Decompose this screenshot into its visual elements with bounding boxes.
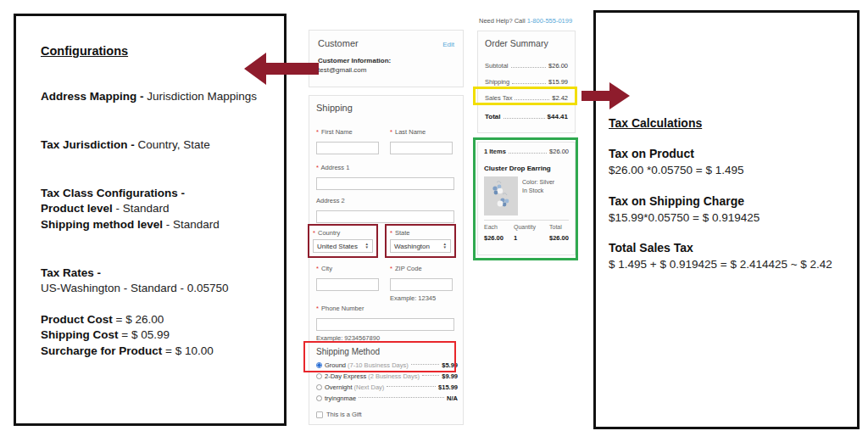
option-price: $15.99	[438, 383, 458, 391]
city-input[interactable]	[316, 278, 379, 291]
country-value: United States	[317, 243, 358, 250]
order-summary-title: Order Summary	[485, 38, 548, 48]
order-summary-card: Order Summary Subtotal $26.00 Shipping $…	[477, 31, 576, 133]
row-value: $44.41	[548, 113, 568, 120]
option-price: N/A	[447, 394, 458, 402]
last-name-label: * Last Name	[390, 128, 453, 136]
config-line-surcharge: Surcharge for Product = $ 10.00	[41, 344, 214, 357]
option-price: $5.99	[442, 361, 458, 369]
config-line-bold: Shipping Cost	[41, 328, 119, 341]
row-value: $15.99	[548, 78, 568, 86]
customer-email: test@gmail.com	[318, 66, 454, 74]
config-line-rest: - Standard	[113, 202, 170, 215]
gift-checkbox[interactable]	[316, 411, 323, 418]
config-line-rest: = $ 05.99	[119, 328, 170, 341]
shipping-method-title: Shipping Method	[316, 347, 380, 356]
dotted-leader	[411, 364, 439, 365]
config-line-us-washington: US-Washington - Standard - 0.05750	[41, 282, 229, 294]
zip-input[interactable]	[390, 278, 453, 291]
divider	[484, 220, 569, 221]
row-value: $2.42	[552, 94, 568, 102]
shipping-option-tryingnmae[interactable]: tryingnmae N/A	[316, 393, 458, 404]
config-line-rest: US-Washington - Standard - 0.05750	[41, 282, 229, 294]
product-image	[484, 176, 518, 215]
left-arrow-icon	[244, 53, 319, 85]
total-sales-tax-section: Total Sales Tax $ 1.495 + $ 0.919425 = $…	[609, 240, 832, 272]
address1-input[interactable]	[316, 177, 454, 190]
shipping-option-2day[interactable]: 2-Day Express (2 Business Days) $9.99	[316, 371, 458, 382]
phone-hint: Example: 9234567890	[316, 334, 454, 342]
configurations-title: Configurations	[41, 44, 128, 58]
phone-input[interactable]	[316, 318, 454, 331]
config-line-product-cost: Product Cost = $ 26.00	[41, 313, 164, 326]
last-name-input[interactable]	[390, 142, 453, 154]
label-text: Address 2	[316, 197, 345, 204]
config-line-bold: Surcharge for Product	[41, 344, 162, 357]
product-name: Cluster Drop Earring	[484, 165, 551, 172]
country-select[interactable]: United States ▲▼	[313, 239, 373, 253]
address2-label: Address 2	[316, 197, 454, 204]
customer-info-label: Customer Information:	[318, 57, 454, 64]
shipping-option-overnight[interactable]: Overnight (Next Day) $15.99	[316, 382, 458, 393]
row-label: Total	[485, 113, 501, 120]
zip-label: * ZIP Code	[390, 265, 453, 272]
edit-link[interactable]: Edit	[442, 41, 454, 48]
config-line-rest: - Standard	[163, 218, 220, 231]
summary-row-shipping: Shipping $15.99	[485, 78, 568, 86]
help-phone-link[interactable]: 1-800-555-0199	[527, 17, 572, 25]
config-line-rest: = $ 26.00	[113, 313, 164, 326]
state-select[interactable]: Washington ▲▼	[390, 239, 451, 253]
radio-icon[interactable]	[316, 373, 322, 379]
item-each-value: $26.00	[484, 234, 504, 242]
first-name-input[interactable]	[316, 142, 379, 154]
config-line-bold: Tax Jurisdiction -	[41, 138, 135, 151]
radio-selected-icon[interactable]	[316, 362, 322, 368]
state-value: Washington	[394, 243, 430, 250]
gift-label: This is a Gift	[326, 411, 362, 418]
required-marker: *	[316, 164, 319, 171]
dotted-leader	[512, 83, 546, 84]
first-name-field-group: * First Name	[316, 128, 379, 154]
col-header-total: Total	[549, 224, 562, 230]
gift-option[interactable]: This is a Gift	[316, 411, 362, 418]
shipping-option-ground[interactable]: Ground (7-10 Business Days) $5.99	[316, 360, 458, 371]
config-line-shipping-level: Shipping method level - Standard	[41, 218, 220, 231]
config-line-tax-jurisdiction: Tax Jurisdiction - Country, State	[41, 138, 210, 151]
phone-field-group: * Phone Number Example: 9234567890	[316, 305, 454, 342]
option-name: 2-Day Express	[325, 372, 366, 380]
product-color: Color: Silver	[522, 179, 554, 185]
tax-on-product-section: Tax on Product $26.00 *0.05750 = $ 1.495	[609, 146, 744, 178]
config-line-product-level: Product level - Standard	[41, 202, 170, 215]
required-marker: *	[316, 128, 319, 136]
items-card: 1 Items $26.00 Cluster Drop Earring Colo…	[477, 142, 576, 255]
config-line-rest: Jurisdiction Mappings	[144, 90, 258, 103]
config-line-bold: Address Mapping -	[41, 90, 144, 103]
radio-icon[interactable]	[316, 395, 322, 401]
country-highlight: * Country United States ▲▼	[308, 224, 378, 258]
item-qty-value: 1	[514, 234, 517, 242]
dotted-leader	[504, 118, 545, 119]
dotted-leader	[511, 67, 547, 68]
required-marker: *	[316, 305, 319, 312]
address1-label: * Address 1	[316, 164, 454, 171]
tax-calculations-title: Tax Calculations	[609, 116, 702, 130]
required-marker: *	[390, 265, 392, 272]
row-label: Sales Tax	[485, 94, 512, 102]
config-line-bold: Product level	[41, 202, 113, 215]
dotted-leader	[387, 386, 436, 387]
address2-input[interactable]	[316, 210, 454, 223]
required-marker: *	[316, 265, 319, 272]
help-text: Need Help? Call	[479, 17, 527, 25]
shipping-method-options: Ground (7-10 Business Days) $5.99 2-Day …	[316, 360, 458, 404]
config-line-bold: Shipping method level	[41, 218, 163, 231]
required-marker: *	[313, 229, 315, 237]
items-count-row: 1 Items $26.00	[484, 148, 569, 155]
right-arrow-icon	[581, 82, 630, 109]
radio-icon[interactable]	[316, 384, 322, 390]
label-text: Phone Number	[321, 305, 364, 312]
row-label: Subtotal	[485, 62, 509, 70]
option-detail: (7-10 Business Days)	[348, 361, 409, 369]
summary-row-total: Total $44.41	[485, 113, 568, 120]
label-text: State	[395, 229, 410, 237]
option-detail: (2 Business Days)	[368, 372, 420, 380]
